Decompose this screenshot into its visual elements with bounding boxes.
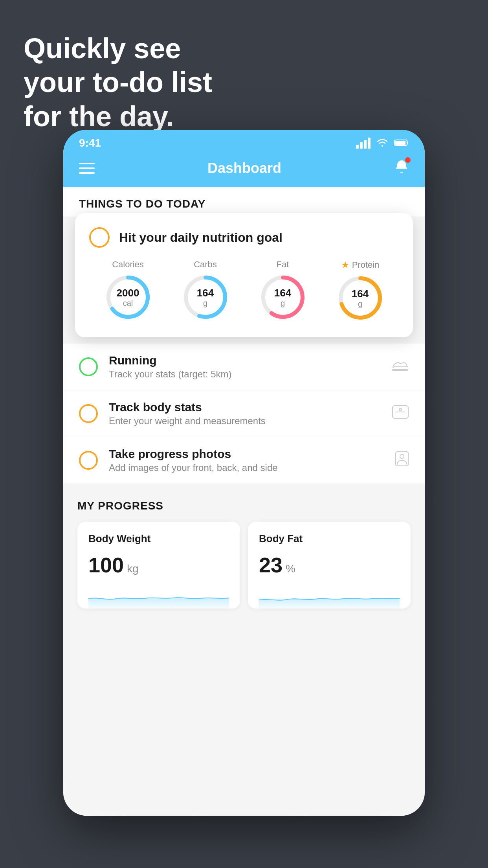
fat-label: Fat <box>277 259 289 270</box>
calories-donut: 2000 cal <box>105 274 152 321</box>
svg-point-13 <box>400 454 404 458</box>
body-weight-value-row: 100 kg <box>88 553 229 577</box>
body-stats-name: Track body stats <box>109 401 381 414</box>
body-weight-title: Body Weight <box>88 533 229 545</box>
nutrition-card-header: Hit your daily nutrition goal <box>89 227 399 248</box>
photos-circle <box>79 451 98 470</box>
photos-desc: Add images of your front, back, and side <box>109 462 384 473</box>
progress-cards: Body Weight 100 kg <box>77 522 411 609</box>
headline-line1: Quickly see <box>24 31 212 65</box>
fat-value: 164 <box>274 287 291 299</box>
calories-unit: cal <box>117 298 139 307</box>
status-icons <box>356 137 409 149</box>
fat-unit: g <box>274 298 291 307</box>
fat-donut: 164 g <box>259 274 306 321</box>
running-desc: Track your stats (target: 5km) <box>109 369 381 380</box>
macro-carbs: Carbs 164 g <box>182 259 229 321</box>
todo-list: Running Track your stats (target: 5km) <box>63 344 425 484</box>
running-shoe-icon <box>392 359 409 375</box>
photos-text: Take progress photos Add images of your … <box>109 447 384 473</box>
wifi-icon <box>376 137 389 149</box>
status-bar: 9:41 <box>63 130 425 153</box>
phone-content: THINGS TO DO TODAY Hit your daily nutrit… <box>63 187 425 816</box>
macro-fat: Fat 164 g <box>259 259 306 321</box>
hero-headline: Quickly see your to-do list for the day. <box>24 31 212 133</box>
notification-bell[interactable] <box>394 159 409 177</box>
todo-body-stats[interactable]: Track body stats Enter your weight and m… <box>63 390 425 437</box>
nutrition-todo-circle[interactable] <box>89 227 110 248</box>
status-time: 9:41 <box>79 137 101 149</box>
protein-star-icon: ★ <box>341 259 350 270</box>
body-stats-circle <box>79 404 98 423</box>
carbs-label: Carbs <box>194 259 217 270</box>
scale-icon <box>392 405 409 423</box>
body-stats-desc: Enter your weight and measurements <box>109 416 381 427</box>
headline-line2: your to-do list <box>24 65 212 99</box>
running-circle <box>79 357 98 376</box>
body-fat-chart <box>259 585 400 609</box>
carbs-donut: 164 g <box>182 274 229 321</box>
svg-point-11 <box>399 408 402 411</box>
headline-line3: for the day. <box>24 99 212 133</box>
progress-section-title: MY PROGRESS <box>77 500 411 512</box>
running-text: Running Track your stats (target: 5km) <box>109 354 381 380</box>
body-fat-value-row: 23 % <box>259 553 400 577</box>
person-icon <box>395 451 409 470</box>
macros-row: Calories 2000 cal <box>89 259 399 322</box>
protein-label: Protein <box>352 260 380 270</box>
calories-value: 2000 <box>117 287 139 299</box>
body-weight-chart <box>88 585 229 609</box>
phone-mockup: 9:41 <box>63 130 425 816</box>
macro-protein: ★ Protein 164 g <box>337 259 384 322</box>
photos-name: Take progress photos <box>109 447 384 461</box>
battery-icon <box>394 137 409 149</box>
things-today-title: THINGS TO DO TODAY <box>63 187 425 217</box>
hamburger-menu[interactable] <box>79 163 95 174</box>
body-fat-unit: % <box>286 563 295 575</box>
macro-calories: Calories 2000 cal <box>105 259 152 321</box>
carbs-unit: g <box>197 298 214 307</box>
running-name: Running <box>109 354 381 367</box>
protein-donut: 164 g <box>337 274 384 322</box>
body-weight-value: 100 <box>88 553 124 577</box>
body-fat-title: Body Fat <box>259 533 400 545</box>
phone-screen: 9:41 <box>63 130 425 816</box>
body-weight-unit: kg <box>127 563 139 575</box>
todo-photos[interactable]: Take progress photos Add images of your … <box>63 437 425 484</box>
body-stats-text: Track body stats Enter your weight and m… <box>109 401 381 427</box>
body-fat-value: 23 <box>259 553 283 577</box>
nutrition-card: Hit your daily nutrition goal Calories <box>75 213 413 337</box>
body-weight-card[interactable]: Body Weight 100 kg <box>77 522 240 609</box>
calories-label: Calories <box>112 259 144 270</box>
protein-label-row: ★ Protein <box>341 259 380 270</box>
signal-icon <box>356 138 371 149</box>
body-fat-card[interactable]: Body Fat 23 % <box>248 522 411 609</box>
svg-rect-1 <box>395 141 405 145</box>
nav-title: Dashboard <box>207 160 281 177</box>
progress-section: MY PROGRESS Body Weight 100 kg <box>63 484 425 616</box>
nutrition-card-title: Hit your daily nutrition goal <box>119 230 283 245</box>
todo-running[interactable]: Running Track your stats (target: 5km) <box>63 344 425 390</box>
carbs-value: 164 <box>197 287 214 299</box>
nav-bar: Dashboard <box>63 153 425 187</box>
protein-value: 164 <box>352 288 369 300</box>
notification-dot <box>405 157 411 163</box>
protein-unit: g <box>352 299 369 308</box>
